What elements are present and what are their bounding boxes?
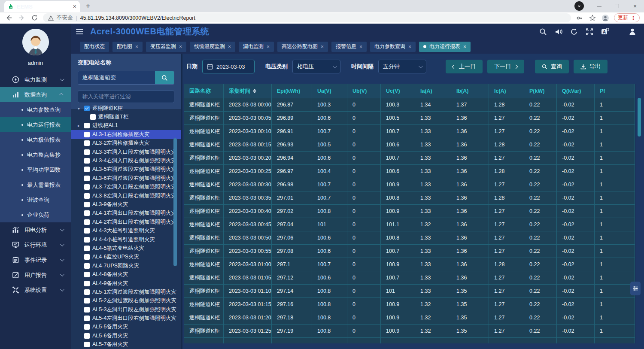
- sidebar-item-param-query[interactable]: 电力参数查询: [0, 102, 71, 117]
- tab-close-icon[interactable]: ×: [359, 44, 362, 50]
- tree-item[interactable]: AL5-4左洞出口段右侧加强照明火灾: [71, 314, 181, 322]
- fullscreen-icon[interactable]: [584, 27, 595, 37]
- workspace-tab-cable-temperature[interactable]: 线缆温度监测 ×: [190, 42, 235, 52]
- table-column-header[interactable]: Ib(A): [451, 84, 489, 98]
- tree-item[interactable]: AL5-7备用火灾: [71, 340, 181, 349]
- tree-checkbox[interactable]: [84, 254, 90, 260]
- interval-select[interactable]: 五分钟: [378, 60, 426, 73]
- tree-item[interactable]: AL3-3右洞入口段左侧加强照明火灾: [71, 148, 181, 156]
- workspace-tab-alarm-info[interactable]: 报警信息 ×: [331, 42, 367, 52]
- settings-drawer-handle[interactable]: [630, 282, 641, 295]
- tree-filter-input[interactable]: 输入关键字进行过滤: [78, 90, 174, 103]
- table-row[interactable]: 逐桐隧道K柜2023-03-03 01:05297.12100.60100.71…: [184, 271, 635, 285]
- search-icon[interactable]: [538, 27, 549, 37]
- url-bar[interactable]: 不安全 | 45.81.195.134:8090/3000WEBV2/Elect…: [43, 13, 571, 22]
- tree-item[interactable]: AL5-3左洞出口段左侧加强照明火灾: [71, 305, 181, 314]
- tree-scrollbar[interactable]: [173, 138, 177, 266]
- tree-item[interactable]: AL5-2左洞过渡段右侧加强照明火灾: [71, 297, 181, 305]
- tree-checkbox[interactable]: [84, 202, 90, 207]
- table-row[interactable]: 逐桐隧道K柜2023-03-03 01:15297.16100.80100.91…: [184, 298, 635, 311]
- table-row[interactable]: 逐桐隧道K柜2023-03-03 00:05296.89100.60100.51…: [184, 112, 635, 125]
- sort-icon[interactable]: [253, 89, 256, 93]
- date-input[interactable]: 2023-03-03: [202, 60, 255, 73]
- table-column-header[interactable]: Ub(V): [347, 84, 381, 98]
- export-button[interactable]: 导出: [574, 60, 608, 73]
- back-icon[interactable]: [4, 14, 13, 22]
- sidebar-item-harmonic-query[interactable]: 谐波查询: [0, 192, 71, 207]
- tab-close-icon[interactable]: ×: [228, 44, 231, 50]
- table-column-header[interactable]: P(kW): [524, 84, 557, 98]
- workspace-tab-run-report[interactable]: 电力运行报表 ×: [419, 42, 471, 52]
- table-column-header[interactable]: 采集时间: [224, 84, 272, 98]
- query-button[interactable]: 查询: [535, 60, 569, 73]
- tree-checkbox[interactable]: [84, 333, 90, 339]
- forward-icon[interactable]: [17, 14, 26, 22]
- reload-icon[interactable]: [30, 14, 39, 22]
- tab-close-icon[interactable]: ×: [73, 3, 76, 9]
- sidebar-item-power-monitoring[interactable]: 电力监测: [0, 72, 71, 87]
- tree-checkbox[interactable]: [84, 263, 90, 269]
- table-row[interactable]: 逐桐隧道K柜2023-03-03 00:30296.98100.70100.91…: [184, 178, 635, 191]
- tree-checkbox[interactable]: [84, 316, 90, 321]
- tab-close-icon[interactable]: ×: [408, 44, 411, 50]
- refresh-icon[interactable]: [568, 27, 580, 37]
- tree-item[interactable]: AL3-7左洞入口段左侧加强照明火灾: [71, 183, 181, 191]
- table-row[interactable]: 逐桐隧道K柜2023-03-03 00:20296.94100.60100.71…: [184, 152, 635, 165]
- tree-item[interactable]: AL4-2右洞出口段右侧加强照明火灾: [71, 218, 181, 226]
- next-day-button[interactable]: 下一日: [487, 60, 524, 73]
- tree-item[interactable]: AL3-6右洞过渡段右侧加强照明火灾: [71, 174, 181, 182]
- tree-checkbox[interactable]: [84, 193, 90, 199]
- table-scrollbar[interactable]: [638, 98, 641, 137]
- table-row[interactable]: 逐桐隧道K柜2023-03-03 01:00297.1100.70100.91.…: [184, 258, 635, 271]
- table-row[interactable]: 逐桐隧道K柜2023-03-03 01:20297.18100.80100.91…: [184, 311, 635, 325]
- tree-checkbox[interactable]: [84, 237, 90, 243]
- table-row[interactable]: 逐桐隧道K柜2023-03-03 01:10297.14100.801011.3…: [184, 285, 635, 298]
- workspace-tab-distribution-status[interactable]: 配电状态: [80, 42, 109, 52]
- tree-checkbox[interactable]: [84, 298, 90, 303]
- sidebar-item-avg-power-factor[interactable]: 平均功率因数: [0, 162, 71, 177]
- browser-update-button[interactable]: 更新 ⋮: [614, 13, 640, 22]
- tree-item[interactable]: AL3-1右洞检修插座火灾: [71, 130, 181, 139]
- tab-close-icon[interactable]: ×: [135, 44, 138, 50]
- tree-item[interactable]: AL4-8备用火灾: [71, 270, 181, 279]
- workspace-tab-leakage-monitor[interactable]: 漏电监测 ×: [239, 42, 274, 52]
- table-column-header[interactable]: 回路名称: [184, 84, 224, 98]
- workspace-tab-distribution-diagram[interactable]: 配电图 ×: [112, 42, 143, 52]
- sidebar-item-max-demand[interactable]: 最大需量报表: [0, 177, 71, 192]
- sidebar-item-extreme-report[interactable]: 电力极值报表: [0, 132, 71, 147]
- sidebar-item-event-log[interactable]: 事件记录: [0, 252, 71, 267]
- tree-checkbox[interactable]: [84, 184, 90, 190]
- close-button[interactable]: ×: [626, 0, 644, 12]
- tree-checkbox[interactable]: [84, 324, 90, 330]
- browser-menu-icon[interactable]: ⋮: [631, 15, 636, 21]
- password-key-icon[interactable]: [575, 14, 584, 22]
- tree-checkbox[interactable]: [84, 289, 90, 295]
- table-row[interactable]: 逐桐隧道K柜2023-03-03 00:45297.041010101.11.3…: [184, 218, 635, 231]
- tree-item[interactable]: AL4-4小桩号引道照明火灾: [71, 235, 181, 244]
- table-row[interactable]: 逐桐隧道K柜2023-03-03 00:10296.91100.70100.71…: [184, 125, 635, 138]
- new-tab-button[interactable]: +: [82, 0, 94, 12]
- hamburger-menu-icon[interactable]: [76, 29, 83, 34]
- tree-item[interactable]: ▸ 进线柜AL1: [71, 121, 181, 130]
- tab-close-icon[interactable]: ×: [321, 44, 324, 50]
- tab-close-icon[interactable]: ×: [463, 44, 466, 50]
- table-row[interactable]: [184, 338, 635, 344]
- tree-item[interactable]: AL4-7UPS回路火灾: [71, 261, 181, 270]
- tree-item[interactable]: AL5-5备用火灾: [71, 323, 181, 331]
- tree-checkbox[interactable]: [84, 228, 90, 234]
- translate-icon[interactable]: A: [599, 27, 611, 37]
- tree-item[interactable]: AL5-6备用火灾: [71, 331, 181, 340]
- tree-item[interactable]: AL4-3大桩号引道照明火灾: [71, 226, 181, 235]
- table-row[interactable]: 逐桐隧道K柜2023-03-03 00:50297.06100.60100.81…: [184, 231, 635, 245]
- station-input[interactable]: 逐桐隧道箱变: [78, 71, 155, 84]
- sidebar-item-enterprise-load[interactable]: 企业负荷: [0, 207, 71, 222]
- tree-checkbox[interactable]: [90, 114, 96, 120]
- tree-item[interactable]: AL4-5箱式变电站火灾: [71, 244, 181, 252]
- table-row[interactable]: 逐桐隧道K柜2023-03-03 00:15296.93100.50100.61…: [184, 138, 635, 152]
- voltage-type-select[interactable]: 相电压: [292, 60, 340, 73]
- tree-item[interactable]: AL3-2左洞检修插座火灾: [71, 139, 181, 148]
- tree-item[interactable]: AL3-5右洞过渡段左侧加强照明火灾: [71, 165, 181, 174]
- tree-expander-icon[interactable]: ▸: [76, 123, 82, 128]
- station-search-button[interactable]: [155, 71, 174, 84]
- table-column-header[interactable]: Uc(V): [381, 84, 415, 98]
